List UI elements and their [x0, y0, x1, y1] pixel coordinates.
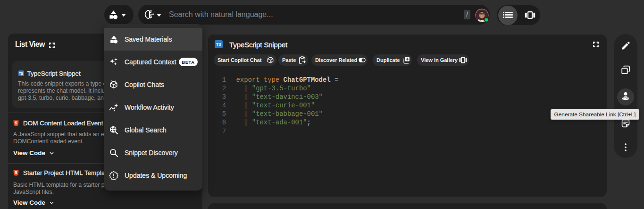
svg-text:5: 5 — [15, 121, 17, 125]
svg-text:5: 5 — [15, 170, 17, 175]
